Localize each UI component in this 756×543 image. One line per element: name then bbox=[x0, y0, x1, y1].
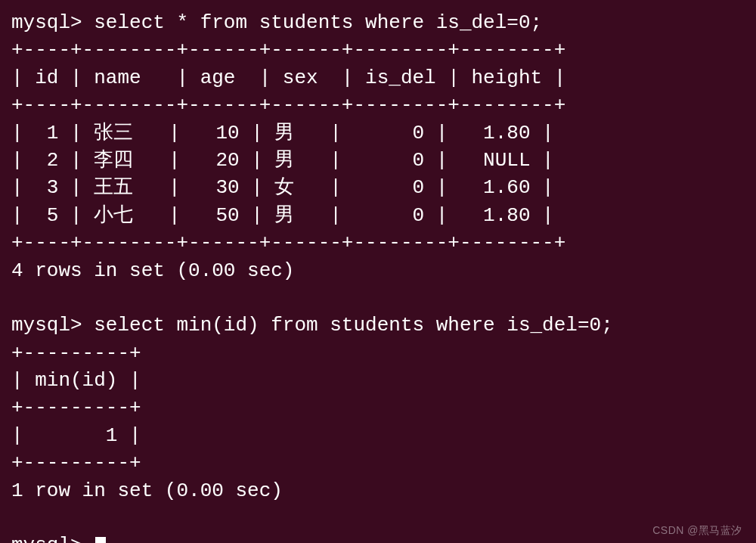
query-line-2: mysql> select min(id) from students wher… bbox=[11, 312, 745, 339]
cursor-icon bbox=[95, 537, 106, 543]
table-row: | 3 | 王五 | 30 | 女 | 0 | 1.60 | bbox=[11, 174, 745, 201]
mysql-prompt: mysql> bbox=[11, 11, 94, 34]
blank-line bbox=[11, 284, 745, 312]
mysql-prompt: mysql> bbox=[11, 314, 94, 337]
terminal-output[interactable]: mysql> select * from students where is_d… bbox=[11, 9, 745, 543]
table-row: | 2 | 李四 | 20 | 男 | 0 | NULL | bbox=[11, 147, 745, 174]
sql-query: select * from students where is_del=0; bbox=[94, 11, 542, 34]
table-border: +----+--------+------+------+--------+--… bbox=[11, 92, 745, 119]
table-border: +---------+ bbox=[11, 394, 745, 421]
sql-query: select min(id) from students where is_de… bbox=[94, 314, 613, 337]
table-border: +---------+ bbox=[11, 340, 745, 367]
table-border: +----+--------+------+------+--------+--… bbox=[11, 229, 745, 256]
table-border: +----+--------+------+------+--------+--… bbox=[11, 36, 745, 64]
table-row: | 1 | 张三 | 10 | 男 | 0 | 1.80 | bbox=[11, 119, 745, 147]
table-header: | min(id) | bbox=[11, 367, 745, 394]
table-border: +---------+ bbox=[11, 449, 745, 476]
result-summary: 4 rows in set (0.00 sec) bbox=[11, 257, 745, 284]
result-summary: 1 row in set (0.00 sec) bbox=[11, 477, 745, 504]
watermark-text: CSDN @黑马蓝汐 bbox=[652, 523, 742, 538]
current-prompt-line[interactable]: mysql> bbox=[11, 532, 745, 543]
query-line-1: mysql> select * from students where is_d… bbox=[11, 9, 745, 36]
blank-line bbox=[11, 504, 745, 532]
table-row: | 5 | 小七 | 50 | 男 | 0 | 1.80 | bbox=[11, 202, 745, 229]
table-header: | id | name | age | sex | is_del | heigh… bbox=[11, 64, 745, 92]
mysql-prompt: mysql> bbox=[11, 534, 94, 543]
table-row: | 1 | bbox=[11, 422, 745, 449]
